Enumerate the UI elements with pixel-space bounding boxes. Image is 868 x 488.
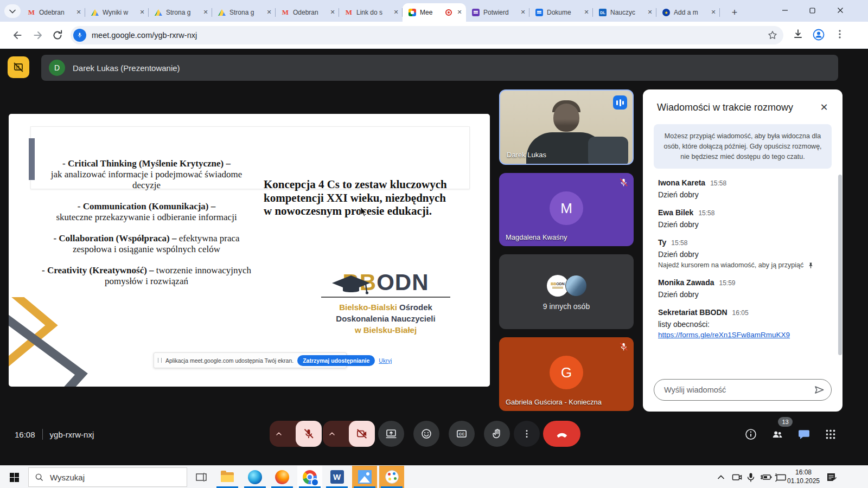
forward-button[interactable] [31, 29, 44, 42]
tab-drive-2[interactable]: Strona g ✕ [149, 3, 212, 22]
tab-nauczyciel[interactable]: DL Nauczyc ✕ [593, 3, 656, 22]
tab-forms[interactable]: Potwierd ✕ [466, 3, 529, 22]
bookmark-star-button[interactable] [767, 30, 778, 41]
photos-icon [358, 470, 372, 484]
slide-bullet: - Communication (Komunikacja) –skuteczne… [40, 201, 253, 223]
chat-message-input[interactable] [663, 385, 813, 395]
participant-name: Darek Lukas [507, 151, 546, 159]
profile-avatar[interactable] [812, 28, 825, 41]
mic-toggle-button[interactable] [296, 421, 322, 447]
present-screen-icon [385, 428, 397, 440]
minimize-button[interactable] [771, 0, 798, 21]
taskbar-photos[interactable] [352, 466, 377, 488]
action-center-button[interactable] [826, 466, 837, 488]
chat-toggle-button[interactable] [797, 428, 810, 441]
tab-gmail-2[interactable]: M Odebran ✕ [276, 3, 339, 22]
graduation-cap-icon [328, 273, 374, 296]
tray-microphone[interactable] [746, 466, 755, 488]
activities-button[interactable] [824, 428, 837, 441]
pin-icon [807, 262, 814, 269]
close-tab-icon[interactable]: ✕ [201, 8, 210, 17]
taskbar-edge[interactable] [242, 466, 267, 488]
participants-button[interactable] [771, 428, 784, 441]
stop-sharing-button[interactable]: Zatrzymaj udostępnianie [297, 355, 375, 366]
taskbar-firefox[interactable] [270, 466, 295, 488]
site-favicon: DL [599, 9, 607, 16]
presentation-off-icon [12, 61, 24, 73]
task-view-button[interactable] [191, 466, 212, 488]
close-chat-button[interactable]: ✕ [818, 101, 831, 113]
reload-button[interactable] [51, 29, 64, 42]
close-tab-icon[interactable]: ✕ [709, 8, 718, 17]
taskbar-clock[interactable]: 16:08 01.10.2025 [783, 468, 824, 485]
close-tab-icon[interactable]: ✕ [455, 8, 464, 17]
close-tab-icon[interactable]: ✕ [392, 8, 400, 17]
end-call-button[interactable] [543, 421, 580, 447]
chat-scrollbar[interactable] [838, 175, 842, 355]
close-tab-icon[interactable]: ✕ [328, 8, 337, 17]
close-tab-icon[interactable]: ✕ [582, 8, 591, 17]
close-tab-icon[interactable]: ✕ [138, 8, 146, 17]
tray-show-hidden[interactable] [717, 466, 725, 488]
tab-drive-1[interactable]: Wyniki w ✕ [85, 3, 149, 22]
present-screen-button[interactable] [378, 421, 404, 447]
taskbar-word[interactable]: W [324, 466, 349, 488]
tab-gmail-1[interactable]: M Odebran ✕ [22, 3, 85, 22]
reactions-button[interactable] [413, 421, 439, 447]
video-tile-magdalena-kwasny[interactable]: M Magdalena Kwaśny [499, 173, 634, 246]
tab-docs[interactable]: Dokume ✕ [529, 3, 593, 22]
more-options-button[interactable] [514, 421, 540, 447]
new-tab-button[interactable]: + [727, 5, 742, 20]
edge-icon [248, 470, 262, 484]
start-button[interactable] [4, 466, 24, 488]
taskbar-chrome-active[interactable] [297, 466, 322, 488]
downloads-button[interactable] [792, 28, 805, 41]
people-icon [771, 428, 784, 441]
participant-name: Magdalena Kwaśny [506, 233, 567, 241]
url-text[interactable]: meet.google.com/ygb-rxrw-nxj [92, 31, 197, 40]
tab-gmail-3[interactable]: M Link do s ✕ [339, 3, 403, 22]
send-message-button[interactable] [813, 383, 826, 396]
maximize-button[interactable] [799, 0, 826, 21]
chat-panel: Wiadomości w trakcie rozmowy ✕ Możesz pr… [643, 89, 843, 412]
close-window-button[interactable] [827, 0, 853, 21]
taskbar-file-explorer[interactable] [215, 466, 240, 488]
clock-date: 01.10.2025 [783, 477, 824, 485]
back-button[interactable] [11, 29, 24, 42]
tab-eu[interactable]: ★ Add a m ✕ [656, 3, 720, 22]
send-icon [813, 383, 826, 396]
taskbar-paint[interactable] [379, 466, 404, 488]
captions-button[interactable]: CC [449, 421, 475, 447]
address-bar[interactable]: meet.google.com/ygb-rxrw-nxj [71, 26, 783, 44]
info-icon [744, 428, 757, 441]
browser-menu-button[interactable] [834, 28, 847, 41]
gmail-icon: M [27, 8, 36, 17]
taskbar-search[interactable] [28, 467, 187, 487]
attendance-form-link[interactable]: https://forms.gle/reXn1SFw8amRmuKX9 [658, 331, 827, 339]
tab-meet-active[interactable]: Mee ✕ [403, 3, 466, 22]
drive-icon [91, 9, 99, 16]
slide-decoration-chevrons [9, 297, 104, 387]
star-icon [767, 30, 778, 41]
camera-icon [732, 473, 742, 482]
video-tile-gabriela-gusciora[interactable]: G Gabriela Guściora - Konieczna [499, 337, 634, 411]
meeting-details-button[interactable] [744, 428, 757, 441]
close-tab-icon[interactable]: ✕ [265, 8, 273, 17]
close-tab-icon[interactable]: ✕ [646, 8, 654, 17]
video-tile-darek-lukas[interactable]: Darek Lukas [499, 89, 634, 165]
tab-drive-3[interactable]: Strona g ✕ [212, 3, 276, 22]
forms-icon [472, 9, 480, 16]
eu-flag-icon: ★ [662, 9, 670, 16]
tray-battery[interactable] [760, 466, 773, 488]
video-tile-others[interactable]: BBODN 9 innych osób [499, 254, 634, 329]
tray-camera[interactable] [732, 466, 742, 488]
hide-toast-link[interactable]: Ukryj [379, 357, 392, 364]
camera-toggle-button[interactable] [349, 421, 375, 447]
close-tab-icon[interactable]: ✕ [519, 8, 527, 17]
close-tab-icon[interactable]: ✕ [74, 8, 83, 17]
docs-icon [535, 9, 543, 16]
taskbar-search-input[interactable] [49, 472, 187, 483]
mic-permission-icon[interactable] [73, 29, 86, 42]
raise-hand-button[interactable] [484, 421, 510, 447]
tab-search-button[interactable] [4, 4, 21, 18]
